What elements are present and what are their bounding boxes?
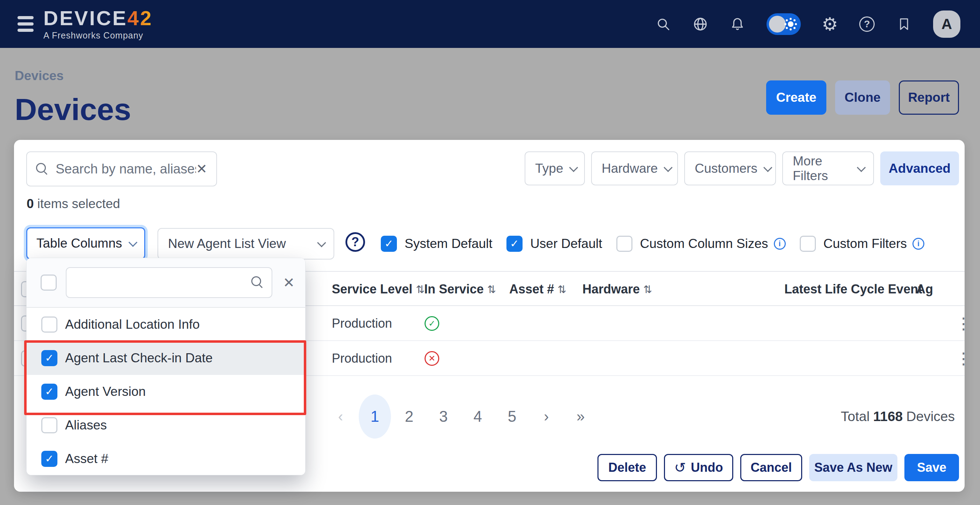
- cell-in-service: ✓ ✕: [425, 306, 439, 341]
- page-3[interactable]: 3: [434, 408, 453, 425]
- checkbox[interactable]: [41, 384, 57, 400]
- column-header-asset[interactable]: Asset #⇅: [509, 272, 566, 307]
- page-actions: Create Clone Report: [766, 81, 959, 115]
- column-option-additional-location-info[interactable]: Additional Location Info: [27, 308, 305, 341]
- column-filter-input[interactable]: [66, 267, 272, 298]
- clone-button[interactable]: Clone: [835, 81, 890, 115]
- hardware-filter[interactable]: Hardware: [591, 151, 678, 185]
- option-user-default[interactable]: User Default: [506, 236, 602, 252]
- device-search-box[interactable]: ✕: [26, 151, 217, 186]
- bookmark-icon[interactable]: [896, 16, 912, 32]
- column-option-agent-last-check-in-date[interactable]: Agent Last Check-in Date: [27, 341, 305, 375]
- page-2[interactable]: 2: [399, 408, 419, 425]
- checkbox[interactable]: [800, 236, 816, 252]
- selected-count: 0: [27, 197, 34, 211]
- search-input[interactable]: [56, 162, 196, 176]
- select-all-columns-checkbox[interactable]: [41, 275, 57, 291]
- option-custom-column-sizes[interactable]: Custom Column Sizes i: [616, 236, 786, 252]
- view-name-select[interactable]: New Agent List View: [158, 228, 334, 259]
- more-filters[interactable]: More Filters: [782, 151, 874, 185]
- logo-text: DEVICE42: [43, 8, 153, 28]
- chevron-down-icon: [569, 163, 578, 172]
- chevron-down-icon: [129, 238, 137, 246]
- checkbox[interactable]: [41, 417, 57, 433]
- chevron-down-icon: [664, 163, 673, 172]
- checkbox[interactable]: [41, 451, 57, 467]
- sort-icon[interactable]: ⇅: [416, 283, 425, 295]
- sort-icon[interactable]: ⇅: [558, 283, 566, 295]
- row-actions-kebab-icon[interactable]: ⋮: [956, 341, 972, 376]
- save-button[interactable]: Save: [904, 454, 959, 481]
- customers-filter[interactable]: Customers: [684, 151, 776, 185]
- bell-icon[interactable]: [729, 16, 746, 32]
- sort-icon[interactable]: ⇅: [643, 283, 652, 295]
- checkbox[interactable]: [381, 236, 397, 252]
- column-option-agent-version[interactable]: Agent Version: [27, 375, 305, 408]
- checkbox[interactable]: [41, 350, 57, 366]
- avatar[interactable]: A: [933, 11, 960, 38]
- type-filter[interactable]: Type: [525, 151, 585, 185]
- column-header-agent-truncated[interactable]: Ag: [916, 272, 933, 307]
- create-button[interactable]: Create: [766, 81, 826, 115]
- next-page-icon[interactable]: ›: [536, 408, 556, 425]
- total-devices: Total1168Devices: [841, 393, 955, 440]
- sort-icon[interactable]: ⇅: [487, 283, 496, 295]
- last-page-icon[interactable]: »: [571, 408, 590, 425]
- table-columns-dropdown: ✕ Additional Location Info Agent Last Ch…: [26, 258, 305, 475]
- search-icon[interactable]: [655, 16, 671, 32]
- search-icon: [36, 163, 48, 175]
- row-actions-kebab-icon[interactable]: ⋮: [956, 306, 972, 341]
- chevron-down-icon: [857, 163, 865, 172]
- save-as-new-button[interactable]: Save As New: [809, 454, 897, 481]
- device42-logo[interactable]: DEVICE42 A Freshworks Company: [43, 8, 153, 40]
- column-option-asset[interactable]: Asset #: [27, 442, 305, 475]
- page-4[interactable]: 4: [468, 408, 488, 425]
- page-title: Devices: [15, 92, 131, 127]
- cell-service-level: Production: [332, 341, 392, 376]
- clear-search-icon[interactable]: ✕: [196, 162, 207, 176]
- in-service-check-icon: ✓: [425, 316, 439, 331]
- logo-subtitle: A Freshworks Company: [43, 31, 153, 40]
- column-header-latest-life-cycle-event[interactable]: Latest Life Cycle Event: [784, 272, 922, 307]
- gear-icon[interactable]: ⚙: [822, 16, 838, 32]
- in-service-x-icon: ✕: [425, 351, 439, 366]
- info-icon[interactable]: i: [774, 238, 786, 250]
- table-columns-select[interactable]: Table Columns: [26, 227, 145, 259]
- chevron-down-icon: [317, 238, 326, 247]
- page-5[interactable]: 5: [502, 408, 522, 425]
- chevron-down-icon: [764, 163, 772, 172]
- checkbox[interactable]: [506, 236, 523, 252]
- view-help-icon[interactable]: ?: [345, 232, 365, 252]
- close-dropdown-icon[interactable]: ✕: [283, 276, 295, 289]
- option-system-default[interactable]: System Default: [381, 236, 492, 252]
- help-icon[interactable]: ?: [859, 16, 875, 32]
- pagination: ‹ 1 2 3 4 5 › »: [331, 393, 590, 440]
- top-navbar: DEVICE42 A Freshworks Company ⚙ ? A: [0, 0, 980, 48]
- cell-service-level: Production: [332, 306, 392, 341]
- column-header-service-level[interactable]: Service Level⇅: [332, 272, 425, 307]
- prev-page-icon[interactable]: ‹: [331, 408, 350, 425]
- theme-toggle[interactable]: [767, 13, 801, 35]
- checkbox[interactable]: [616, 236, 632, 252]
- cell-in-service: ✓ ✕: [425, 341, 439, 376]
- report-button[interactable]: Report: [899, 81, 959, 115]
- dropdown-search-row: ✕: [27, 258, 305, 308]
- advanced-button[interactable]: Advanced: [880, 151, 959, 185]
- breadcrumb[interactable]: Devices: [15, 68, 64, 83]
- column-header-hardware[interactable]: Hardware⇅: [582, 272, 652, 307]
- undo-icon: ↺: [674, 461, 686, 475]
- undo-button[interactable]: ↺ Undo: [664, 454, 733, 481]
- column-option-aliases[interactable]: Aliases: [27, 408, 305, 442]
- toggle-knob: [769, 16, 786, 33]
- delete-button[interactable]: Delete: [597, 454, 657, 481]
- checkbox[interactable]: [41, 316, 57, 333]
- filter-bar: Type Hardware Customers More Filters Adv…: [525, 151, 959, 185]
- column-header-in-service[interactable]: In Service⇅: [424, 272, 496, 307]
- menu-icon[interactable]: [18, 16, 33, 32]
- info-icon[interactable]: i: [912, 238, 924, 250]
- cancel-button[interactable]: Cancel: [740, 454, 802, 481]
- selection-status: 0items selected: [27, 197, 120, 211]
- globe-icon[interactable]: [692, 16, 708, 32]
- page-1[interactable]: 1: [365, 408, 385, 425]
- option-custom-filters[interactable]: Custom Filters i: [800, 236, 924, 252]
